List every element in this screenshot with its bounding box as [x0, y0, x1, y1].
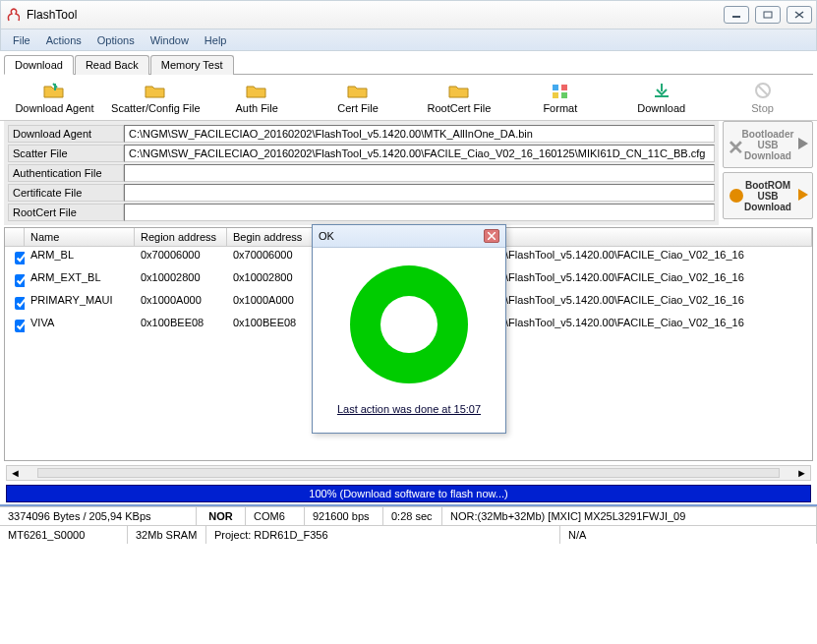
status-bps: 921600 bps	[305, 507, 383, 525]
maximize-button[interactable]	[755, 6, 781, 24]
folder-open-icon	[43, 81, 65, 100]
toolbar-scatter[interactable]: Scatter/Config File	[105, 79, 206, 116]
svg-rect-2	[553, 85, 558, 90]
toolbar-download-agent-label: Download Agent	[15, 102, 93, 114]
bootloader-usb-button[interactable]: ✕ Bootloader USB Download	[723, 121, 813, 168]
arrow-right-icon	[798, 138, 808, 149]
col-region[interactable]: Region address	[135, 228, 227, 246]
status-bytes: 3374096 Bytes / 205,94 KBps	[0, 507, 197, 525]
toolbar-scatter-label: Scatter/Config File	[111, 102, 200, 114]
toolbar-rootcert-label: RootCert File	[428, 102, 492, 114]
row-name: ARM_BL	[25, 248, 135, 268]
row-region: 0x10002800	[135, 270, 227, 291]
row-checkbox[interactable]	[15, 320, 25, 332]
status-project: Project: RDR61D_F356	[206, 526, 560, 544]
row-name: ARM_EXT_BL	[25, 270, 135, 291]
tab-readback[interactable]: Read Back	[75, 55, 149, 75]
progress-text: 100% (Download software to flash now...)	[309, 488, 507, 499]
dialog-title: OK	[319, 230, 334, 242]
svg-rect-6	[655, 95, 669, 97]
status-ram: 32Mb SRAM	[128, 526, 206, 544]
toolbar-cert[interactable]: Cert File	[308, 79, 409, 116]
menu-actions[interactable]: Actions	[38, 32, 89, 48]
toolbar-format-label: Format	[543, 102, 577, 114]
status-port: COM6	[246, 507, 305, 525]
row-checkbox[interactable]	[15, 252, 25, 264]
scrollbar-thumb[interactable]	[37, 468, 780, 478]
scatter-file-input[interactable]: C:\NGM\SW_FACILECIAO_20160202\FlashTool_…	[124, 145, 715, 162]
scatter-file-label: Scatter File	[8, 145, 124, 162]
row-checkbox[interactable]	[15, 274, 25, 287]
download-agent-label: Download Agent	[8, 125, 124, 143]
app-icon	[5, 7, 21, 23]
toolbar-stop[interactable]: Stop	[712, 79, 813, 116]
row-region: 0x1000A000	[135, 293, 227, 314]
folder-icon	[347, 81, 369, 100]
menu-file[interactable]: File	[5, 32, 38, 48]
x-icon: ✕	[728, 136, 744, 159]
window-title: FlashTool	[27, 8, 724, 22]
row-region: 0x100BEE08	[135, 316, 227, 336]
svg-rect-1	[764, 12, 772, 18]
ok-dialog: OK Last action was done at 15:07	[312, 224, 506, 434]
auth-file-label: Authentication File	[8, 164, 124, 182]
toolbar-rootcert[interactable]: RootCert File	[409, 79, 510, 116]
download-icon	[651, 81, 672, 100]
scroll-right-icon[interactable]: ►	[793, 467, 810, 479]
menu-options[interactable]: Options	[89, 32, 143, 48]
row-checkbox[interactable]	[15, 297, 25, 310]
toolbar-download-label: Download	[637, 102, 685, 114]
horizontal-scrollbar[interactable]: ◄ ►	[6, 465, 811, 481]
close-button[interactable]	[787, 6, 812, 24]
cert-file-label: Certificate File	[8, 184, 124, 202]
menu-help[interactable]: Help	[197, 32, 235, 48]
toolbar-download-agent[interactable]: Download Agent	[4, 79, 105, 116]
col-name[interactable]: Name	[25, 228, 135, 246]
status-nor: NOR	[197, 507, 246, 525]
bootrom-usb-button[interactable]: BootROM USB Download	[723, 172, 813, 219]
svg-rect-4	[553, 92, 558, 98]
svg-rect-5	[561, 92, 567, 98]
folder-icon	[246, 81, 267, 100]
toolbar-format[interactable]: Format	[509, 79, 611, 116]
rootcert-file-input[interactable]	[124, 204, 715, 221]
fields-panel: Download Agent C:\NGM\SW_FACILECIAO_2016…	[4, 121, 719, 225]
arrow-right-icon	[798, 189, 808, 201]
auth-file-input[interactable]	[124, 164, 715, 182]
rootcert-file-label: RootCert File	[8, 204, 124, 221]
bootloader-usb-label: Bootloader USB Download	[738, 129, 797, 161]
success-donut-icon	[350, 265, 468, 383]
row-name: PRIMARY_MAUI	[25, 293, 135, 314]
dialog-message: Last action was done at 15:07	[337, 403, 481, 415]
menu-window[interactable]: Window	[143, 32, 197, 48]
toolbar-download[interactable]: Download	[611, 79, 712, 116]
tabstrip: Download Read Back Memory Test	[4, 54, 813, 75]
row-region: 0x70006000	[135, 248, 227, 268]
folder-icon	[448, 81, 470, 100]
menubar: File Actions Options Window Help	[0, 29, 817, 51]
minimize-button[interactable]	[724, 6, 749, 24]
format-icon	[550, 81, 571, 100]
svg-rect-3	[561, 85, 567, 90]
tab-download[interactable]: Download	[4, 55, 74, 75]
bootrom-usb-label: BootROM USB Download	[738, 180, 797, 212]
tab-memorytest[interactable]: Memory Test	[150, 55, 234, 75]
folder-icon	[145, 81, 166, 100]
circle-icon	[729, 189, 743, 203]
row-name: VIVA	[25, 316, 135, 336]
cert-file-input[interactable]	[124, 184, 715, 202]
toolbar-stop-label: Stop	[751, 102, 774, 114]
toolbar-auth-label: Auth File	[235, 102, 277, 114]
titlebar: FlashTool	[0, 0, 817, 29]
stop-icon	[752, 81, 774, 100]
status-chip: NOR:(32Mb+32Mb) [MXIC] MX25L3291FWJI_09	[442, 507, 817, 525]
toolbar-auth[interactable]: Auth File	[206, 79, 308, 116]
svg-rect-0	[732, 16, 740, 18]
toolbar-cert-label: Cert File	[337, 102, 379, 114]
download-agent-input[interactable]: C:\NGM\SW_FACILECIAO_20160202\FlashTool_…	[124, 125, 715, 143]
statusbar: 3374096 Bytes / 205,94 KBps NOR COM6 921…	[0, 504, 817, 544]
status-na: N/A	[560, 526, 817, 544]
dialog-close-button[interactable]	[484, 229, 499, 243]
progress-bar: 100% (Download software to flash now...)	[6, 485, 811, 502]
scroll-left-icon[interactable]: ◄	[7, 467, 24, 479]
